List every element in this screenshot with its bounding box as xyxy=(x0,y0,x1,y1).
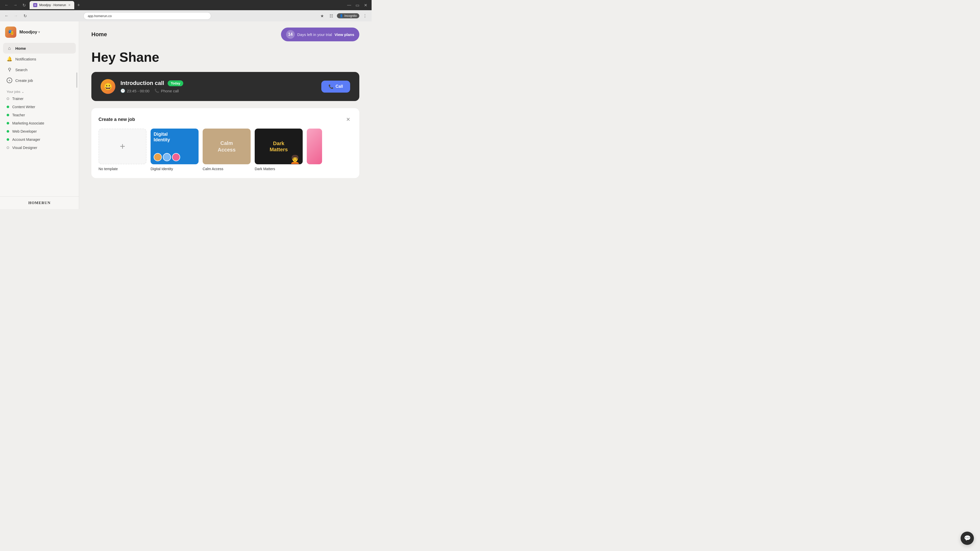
tab-favicon: H xyxy=(33,3,37,7)
reload-button[interactable]: ↻ xyxy=(21,2,27,9)
template-dark-matters[interactable]: DarkMatters 🧑‍🦱 Dark Matters xyxy=(255,129,303,171)
view-plans-link[interactable]: View plans xyxy=(334,32,354,37)
job-dot-content-writer xyxy=(6,106,9,108)
race-thumb xyxy=(307,129,322,164)
window-controls: — ▭ ✕ xyxy=(346,2,369,8)
home-icon: ⌂ xyxy=(6,45,12,51)
browser-controls: ← → ↻ xyxy=(3,2,27,9)
template-digital-identity[interactable]: DigitalIdentity Digital Identity xyxy=(151,129,199,171)
trial-badge: 14 Days left in your trial View plans xyxy=(281,27,360,41)
job-item-web-developer[interactable]: Web Developer xyxy=(3,127,76,135)
call-phone-icon: 📞 xyxy=(328,84,334,89)
tab-bar: H Moodjoy · Homerun ✕ + xyxy=(30,1,344,9)
interview-avatar: 😀 xyxy=(100,79,115,94)
jobs-section-label: Your jobs ⌄ xyxy=(0,87,79,95)
sidebar-item-create-job[interactable]: + Create job xyxy=(3,75,76,86)
create-job-section: Create a new job ✕ + No template xyxy=(91,108,360,178)
incognito-label: Incognito xyxy=(344,14,357,17)
new-tab-button[interactable]: + xyxy=(75,2,82,9)
main-content: Home 14 Days left in your trial View pla… xyxy=(79,21,372,209)
sidebar-item-home[interactable]: ⌂ Home xyxy=(3,43,76,54)
job-dot-marketing-associate xyxy=(6,122,9,124)
job-item-account-manager[interactable]: Account Manager xyxy=(3,135,76,144)
homerun-logo: HOMERUN xyxy=(5,201,74,205)
job-item-content-writer[interactable]: Content Writer xyxy=(3,103,76,111)
digital-identity-visual: DigitalIdentity xyxy=(151,129,199,164)
forward-button[interactable]: → xyxy=(12,2,19,9)
calm-access-visual: CalmAccess xyxy=(203,129,251,164)
templates-grid: + No template DigitalIdentity xyxy=(99,129,352,171)
trial-days-number: 14 xyxy=(286,30,295,39)
sidebar: 🎭 Moodjoy ▾ ⌂ Home 🔔 Notifications ⚲ Sea… xyxy=(0,21,79,209)
job-item-visual-designer[interactable]: Visual Designer xyxy=(3,144,76,152)
job-item-teacher[interactable]: Teacher xyxy=(3,111,76,119)
greeting-heading: Hey Shane xyxy=(91,49,360,65)
template-race[interactable] xyxy=(307,129,322,171)
interview-meta: 🕐 23:45 - 00:00 📞 Phone call xyxy=(121,89,183,93)
template-calm-access[interactable]: CalmAccess Calm Access xyxy=(203,129,251,171)
sidebar-item-home-label: Home xyxy=(15,46,26,51)
browser-reload-button[interactable]: ↻ xyxy=(21,12,29,19)
browser-back-button[interactable]: ← xyxy=(3,12,10,19)
browser-chrome: ← → ↻ H Moodjoy · Homerun ✕ + — ▭ ✕ xyxy=(0,0,372,10)
bell-icon: 🔔 xyxy=(6,56,12,62)
digital-identity-thumb: DigitalIdentity xyxy=(151,129,199,164)
sidebar-item-notifications[interactable]: 🔔 Notifications xyxy=(3,54,76,64)
plus-icon: + xyxy=(120,141,125,152)
app-layout: 🎭 Moodjoy ▾ ⌂ Home 🔔 Notifications ⚲ Sea… xyxy=(0,21,372,209)
interview-info: 😀 Introduction call Today 🕐 23:45 - 00:0… xyxy=(100,79,183,94)
sidebar-item-search[interactable]: ⚲ Search xyxy=(3,64,76,75)
create-job-close-button[interactable]: ✕ xyxy=(344,115,352,124)
brand-logo-inner: 🎭 xyxy=(5,27,16,38)
race-visual xyxy=(307,129,322,164)
trial-text: Days left in your trial xyxy=(298,32,332,37)
plus-circle-icon: + xyxy=(6,78,12,83)
bookmark-icon[interactable]: ★ xyxy=(318,12,326,19)
page-title: Home xyxy=(91,31,107,38)
interview-card[interactable]: 😀 Introduction call Today 🕐 23:45 - 00:0… xyxy=(91,72,360,101)
tab-title: Moodjoy · Homerun xyxy=(39,3,66,7)
job-dot-visual-designer xyxy=(6,146,9,149)
phone-icon: 📞 xyxy=(154,89,159,93)
back-button[interactable]: ← xyxy=(3,2,10,9)
di-avatar-2 xyxy=(163,153,171,161)
browser-forward-button[interactable]: → xyxy=(12,12,19,19)
job-dot-teacher xyxy=(6,114,9,116)
sidebar-item-search-label: Search xyxy=(15,68,27,72)
sidebar-header: 🎭 Moodjoy ▾ xyxy=(0,21,79,42)
job-dot-web-developer xyxy=(6,130,9,133)
top-bar: Home 14 Days left in your trial View pla… xyxy=(79,21,372,45)
job-item-trainer[interactable]: Trainer xyxy=(3,95,76,103)
tab-close-button[interactable]: ✕ xyxy=(68,3,71,7)
interview-title-row: Introduction call Today xyxy=(121,80,183,86)
jobs-list: Trainer Content Writer Teacher Marketing… xyxy=(0,95,79,197)
interview-title: Introduction call xyxy=(121,80,164,86)
create-job-header: Create a new job ✕ xyxy=(99,115,352,124)
sidebar-item-notifications-label: Notifications xyxy=(15,57,36,61)
brand-chevron-icon: ▾ xyxy=(38,30,40,34)
address-bar: ← → ↻ ★ ☷ 👤 Incognito ⋮ xyxy=(0,10,372,21)
template-no-template[interactable]: + No template xyxy=(99,129,146,171)
active-tab[interactable]: H Moodjoy · Homerun ✕ xyxy=(30,1,74,9)
dark-matters-visual: DarkMatters 🧑‍🦱 xyxy=(255,129,303,164)
di-avatar-1 xyxy=(154,153,162,161)
interview-time: 🕐 23:45 - 00:00 xyxy=(121,89,149,93)
job-item-marketing-associate[interactable]: Marketing Associate xyxy=(3,119,76,127)
menu-icon[interactable]: ⋮ xyxy=(361,12,369,19)
dark-matters-thumb: DarkMatters 🧑‍🦱 xyxy=(255,129,303,164)
minimize-button[interactable]: — xyxy=(346,2,352,8)
digital-identity-label: Digital Identity xyxy=(151,167,199,171)
close-window-button[interactable]: ✕ xyxy=(363,2,369,8)
maximize-button[interactable]: ▭ xyxy=(354,2,360,8)
dm-figure: 🧑‍🦱 xyxy=(290,155,300,164)
reader-mode-icon[interactable]: ☷ xyxy=(328,12,335,19)
sidebar-nav: ⌂ Home 🔔 Notifications ⚲ Search + Create… xyxy=(0,42,79,87)
address-input[interactable] xyxy=(83,12,211,20)
scroll-indicator xyxy=(76,73,77,88)
calm-access-label: Calm Access xyxy=(203,167,251,171)
brand-name[interactable]: Moodjoy ▾ xyxy=(19,30,40,35)
call-button[interactable]: 📞 Call xyxy=(321,81,350,93)
no-template-thumb: + xyxy=(99,129,146,164)
job-dot-trainer xyxy=(6,97,9,100)
sidebar-footer: HOMERUN xyxy=(0,197,79,209)
